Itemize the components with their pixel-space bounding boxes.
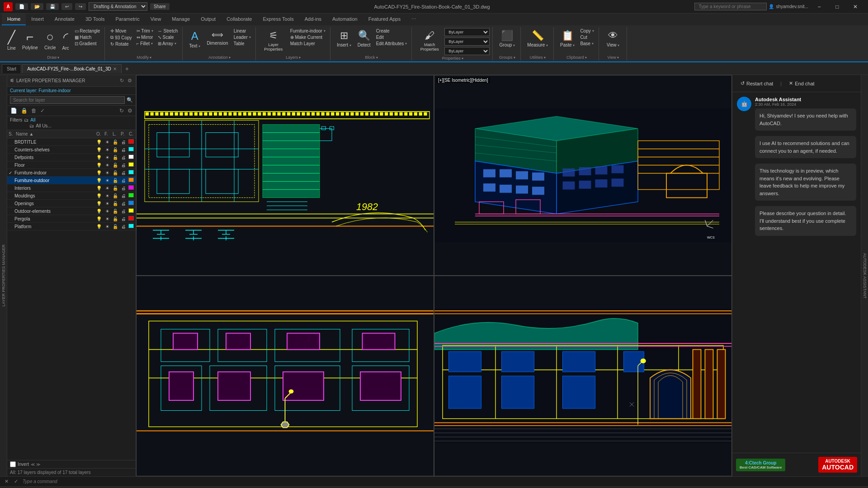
- layer-freeze-2[interactable]: ☀: [103, 155, 111, 160]
- close-tab-icon[interactable]: ✕: [113, 66, 117, 71]
- tab-annotate[interactable]: Annotate: [49, 14, 80, 25]
- layer-row-8[interactable]: Openings 💡 ☀ 🔓 🖨: [7, 200, 136, 207]
- tab-home[interactable]: Home: [2, 14, 26, 25]
- insert-button[interactable]: ⊞ Insert ▾: [334, 28, 354, 49]
- tab-parametric[interactable]: Parametric: [110, 14, 145, 25]
- hatch-button[interactable]: ▦ Hatch: [73, 34, 102, 40]
- layer-lock-4[interactable]: 🔓: [111, 170, 119, 176]
- bylayer-select-2[interactable]: ByLayer: [444, 38, 490, 46]
- layer-plot-9[interactable]: 🖨: [119, 208, 127, 214]
- layer-on-9[interactable]: 💡: [95, 208, 103, 214]
- layer-on-0[interactable]: 💡: [95, 139, 103, 145]
- dimension-button[interactable]: ⟺ Dimension: [204, 28, 231, 47]
- trim-button[interactable]: ✂ Trim ▾: [135, 28, 155, 34]
- layer-color-10[interactable]: [127, 216, 136, 222]
- linear-button[interactable]: Linear: [232, 28, 253, 34]
- edit-attributes-button[interactable]: Edit Attributes ▾: [374, 41, 409, 47]
- detect-button[interactable]: 🔍 Detect: [355, 28, 373, 49]
- layer-row-0[interactable]: BRDTITLE 💡 ☀ 🔓 🖨: [7, 138, 136, 146]
- tab-3dtools[interactable]: 3D Tools: [80, 14, 110, 25]
- layer-lock-8[interactable]: 🔓: [111, 201, 119, 206]
- layer-freeze-5[interactable]: ☀: [103, 178, 111, 183]
- quick-access-new[interactable]: 📄: [15, 3, 28, 10]
- match-properties-button[interactable]: 🖌 Match Properties: [415, 28, 443, 53]
- scale-button[interactable]: ⤡ Scale: [156, 34, 179, 40]
- furniture-dropdown[interactable]: Furniture-indoor ▾: [288, 28, 327, 34]
- tab-manage[interactable]: Manage: [166, 14, 195, 25]
- viewport-top-left[interactable]: 1982: [136, 75, 434, 276]
- layer-plot-11[interactable]: 🖨: [119, 224, 127, 230]
- layer-color-7[interactable]: [127, 192, 136, 199]
- layer-row-7[interactable]: Mouldings 💡 ☀ 🔓 🖨: [7, 192, 136, 200]
- layer-lock-2[interactable]: 🔓: [111, 155, 119, 160]
- workspace-select[interactable]: Drafting & Annotation: [89, 2, 147, 11]
- layer-search-input[interactable]: [10, 96, 125, 104]
- layer-plot-10[interactable]: 🖨: [119, 216, 127, 222]
- command-input[interactable]: [23, 479, 864, 484]
- tab-expresstools[interactable]: Express Tools: [257, 14, 299, 25]
- annotation-group-arrow[interactable]: ▾: [229, 56, 231, 60]
- line-button[interactable]: ╱ Line: [5, 28, 19, 52]
- start-tab[interactable]: Start: [2, 64, 21, 73]
- make-current-button[interactable]: ⊕ Make Current: [288, 34, 327, 40]
- layer-lock-7[interactable]: 🔓: [111, 193, 119, 199]
- layer-freeze-7[interactable]: ☀: [103, 193, 111, 199]
- layer-plot-1[interactable]: 🖨: [119, 147, 127, 153]
- layer-plot-3[interactable]: 🖨: [119, 162, 127, 168]
- text-button[interactable]: A Text ▾: [186, 28, 203, 50]
- layers-group-arrow[interactable]: ▾: [299, 56, 301, 60]
- rotate-button[interactable]: ↻ Rotate: [108, 41, 133, 47]
- measure-button[interactable]: 📏 Measure ▾: [524, 28, 551, 49]
- col-plot[interactable]: P.: [119, 131, 127, 137]
- group-button[interactable]: ⬛ Group ▾: [497, 28, 518, 49]
- command-cancel-btn[interactable]: ✕: [4, 478, 9, 485]
- bylayer-select-1[interactable]: ByLayer: [444, 28, 490, 36]
- layer-on-8[interactable]: 💡: [95, 201, 103, 206]
- gradient-button[interactable]: ⊡ Gradient: [73, 41, 102, 47]
- minimize-button[interactable]: −: [810, 0, 828, 14]
- quick-access-redo[interactable]: ↪: [75, 3, 86, 10]
- layer-plot-0[interactable]: 🖨: [119, 139, 127, 145]
- maximize-button[interactable]: □: [828, 0, 846, 14]
- tab-insert[interactable]: Insert: [26, 14, 49, 25]
- layer-plot-8[interactable]: 🖨: [119, 201, 127, 206]
- layer-plot-6[interactable]: 🖨: [119, 185, 127, 191]
- quick-access-undo[interactable]: ↩: [61, 3, 72, 10]
- layer-lock-10[interactable]: 🔓: [111, 216, 119, 222]
- fillet-button[interactable]: ⌐ Fillet ▾: [135, 41, 155, 47]
- layer-freeze-11[interactable]: ☀: [103, 224, 111, 230]
- viewport-bottom-right[interactable]: [434, 276, 732, 476]
- layer-on-5[interactable]: 💡: [95, 178, 103, 183]
- col-freeze[interactable]: F.: [103, 131, 111, 137]
- col-color[interactable]: C.: [127, 131, 136, 137]
- groups-group-arrow[interactable]: ▾: [514, 56, 515, 60]
- viewport-bottom-left[interactable]: [136, 276, 434, 476]
- edit-block-button[interactable]: Edit: [374, 34, 409, 40]
- layer-freeze-8[interactable]: ☀: [103, 201, 111, 206]
- layer-color-6[interactable]: [127, 185, 136, 191]
- refresh-layers-btn[interactable]: ↻: [118, 107, 125, 115]
- circle-button[interactable]: ○ Circle: [42, 28, 59, 52]
- restart-chat-button[interactable]: ↺ Restart chat: [737, 79, 777, 88]
- col-status[interactable]: S.: [7, 131, 14, 137]
- block-group-arrow[interactable]: ▾: [376, 56, 378, 60]
- match-layer-button[interactable]: Match Layer: [288, 41, 327, 47]
- col-on[interactable]: O.: [95, 131, 103, 137]
- view-button[interactable]: 👁 View ▾: [604, 28, 622, 49]
- properties-group-arrow[interactable]: ▾: [462, 56, 463, 61]
- layer-on-1[interactable]: 💡: [95, 147, 103, 153]
- layer-panel-settings[interactable]: ⚙: [127, 77, 133, 84]
- layer-plot-5[interactable]: 🖨: [119, 178, 127, 183]
- array-button[interactable]: ⊞ Array ▾: [156, 41, 179, 47]
- rectangle-button[interactable]: ▭ Rectangle: [73, 28, 102, 34]
- utilities-group-arrow[interactable]: ▾: [544, 56, 546, 60]
- leader-button[interactable]: Leader ▾: [232, 34, 253, 40]
- layer-freeze-9[interactable]: ☀: [103, 208, 111, 214]
- tab-more[interactable]: ⋯: [406, 14, 422, 25]
- search-input[interactable]: [694, 3, 767, 10]
- col-name[interactable]: Name ▲: [14, 131, 95, 137]
- tab-featuredapps[interactable]: Featured Apps: [363, 14, 406, 25]
- stretch-button[interactable]: ↔ Stretch: [156, 28, 179, 34]
- layer-color-2[interactable]: [127, 154, 136, 160]
- command-ok-btn[interactable]: ✓: [13, 478, 19, 485]
